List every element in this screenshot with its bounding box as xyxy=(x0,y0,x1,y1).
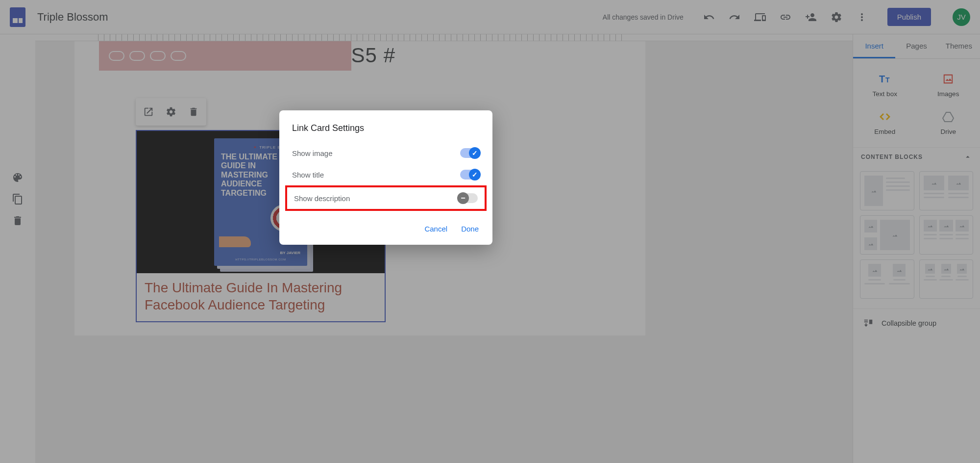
show-title-toggle[interactable] xyxy=(460,170,480,180)
show-title-label: Show title xyxy=(292,171,324,179)
show-description-label: Show description xyxy=(294,194,350,203)
dialog-title: Link Card Settings xyxy=(279,123,492,142)
dialog-actions: Cancel Done xyxy=(279,211,492,236)
cancel-button[interactable]: Cancel xyxy=(424,225,447,233)
link-card-settings-dialog: Link Card Settings Show image Show title… xyxy=(279,110,492,245)
show-title-row: Show title xyxy=(279,164,492,185)
show-image-toggle[interactable] xyxy=(460,148,480,158)
show-image-row: Show image xyxy=(279,142,492,164)
show-description-row: Show description xyxy=(285,185,487,211)
done-button[interactable]: Done xyxy=(461,225,479,233)
show-image-label: Show image xyxy=(292,149,333,157)
show-description-toggle[interactable] xyxy=(458,193,478,203)
